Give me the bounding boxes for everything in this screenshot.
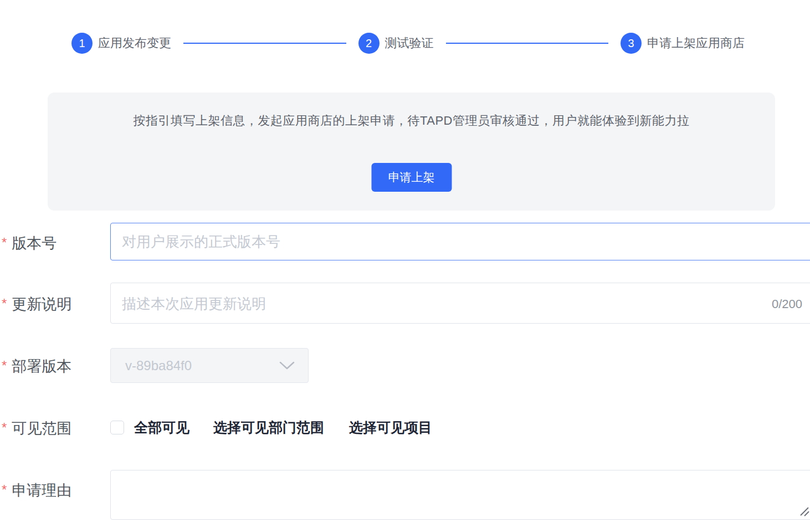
deploy-version-value: v-89ba84f0 <box>125 349 192 382</box>
app-store-publish-page: 1 应用发布变更 2 测试验证 3 申请上架应用商店 按指引填写上架信息，发起应… <box>0 0 810 532</box>
select-visible-departments-option[interactable]: 选择可见部门范围 <box>213 420 324 435</box>
deploy-version-label: *部署版本 <box>2 357 71 375</box>
stepper: 1 应用发布变更 2 测试验证 3 申请上架应用商店 <box>71 33 745 54</box>
apply-listing-button[interactable]: 申请上架 <box>371 163 452 192</box>
step-apply-listing: 3 申请上架应用商店 <box>621 33 745 54</box>
instruction-panel: 按指引填写上架信息，发起应用商店的上架申请，待TAPD管理员审核通过，用户就能体… <box>48 93 775 211</box>
step-connector-line <box>183 43 346 44</box>
visible-to-all-checkbox[interactable] <box>110 421 124 434</box>
step-2-label: 测试验证 <box>385 35 434 52</box>
version-input[interactable] <box>110 223 810 260</box>
select-visible-projects-option[interactable]: 选择可见项目 <box>349 420 432 435</box>
step-1-circle: 1 <box>71 33 93 54</box>
step-1-label: 应用发布变更 <box>98 35 171 52</box>
step-connector-line <box>446 43 609 44</box>
deploy-version-select[interactable]: v-89ba84f0 <box>110 348 309 383</box>
step-app-release-change: 1 应用发布变更 <box>71 33 171 54</box>
required-marker: * <box>2 296 7 311</box>
reason-textarea[interactable] <box>111 470 810 519</box>
visible-to-all-label[interactable]: 全部可见 <box>134 420 189 435</box>
chevron-down-icon <box>279 361 295 370</box>
required-marker: * <box>2 235 7 250</box>
required-marker: * <box>2 482 7 497</box>
update-note-field: 0/200 <box>110 283 810 324</box>
update-note-label: *更新说明 <box>2 295 71 313</box>
instruction-text: 按指引填写上架信息，发起应用商店的上架申请，待TAPD管理员审核通过，用户就能体… <box>48 93 775 129</box>
reason-label: *申请理由 <box>2 482 71 499</box>
step-2-circle: 2 <box>358 33 380 54</box>
step-3-label: 申请上架应用商店 <box>647 35 745 52</box>
step-test-verify: 2 测试验证 <box>358 33 434 54</box>
visibility-label: *可见范围 <box>2 420 71 437</box>
update-note-textarea[interactable] <box>111 283 810 323</box>
required-marker: * <box>2 358 7 373</box>
version-label: *版本号 <box>2 234 57 252</box>
step-3-circle: 3 <box>621 33 642 54</box>
char-counter: 0/200 <box>772 297 802 311</box>
resize-handle-icon[interactable] <box>799 507 809 516</box>
required-marker: * <box>2 420 7 435</box>
reason-field <box>110 470 810 520</box>
